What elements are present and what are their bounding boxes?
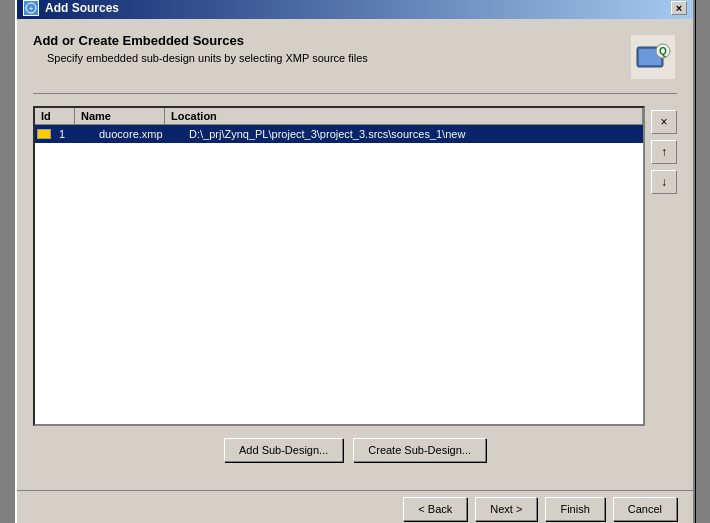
footer: < Back Next > Finish Cancel [17, 490, 693, 524]
move-down-button[interactable]: ↓ [651, 170, 677, 194]
title-bar-left: + Add Sources [23, 0, 119, 16]
table-container: Id Name Location 1 duocore.xmp D:\_prj\Z… [33, 106, 645, 426]
move-up-button[interactable]: ↑ [651, 140, 677, 164]
create-subdesign-button[interactable]: Create Sub-Design... [353, 438, 486, 462]
svg-text:Q: Q [659, 46, 667, 57]
sidebar-buttons: × ↑ ↓ [651, 106, 677, 426]
header-divider [33, 93, 677, 94]
main-area: Id Name Location 1 duocore.xmp D:\_prj\Z… [33, 106, 677, 426]
row-folder-icon [35, 126, 53, 142]
col-header-id: Id [35, 108, 75, 124]
add-subdesign-button[interactable]: Add Sub-Design... [224, 438, 343, 462]
cancel-button[interactable]: Cancel [613, 497, 677, 521]
back-button[interactable]: < Back [403, 497, 467, 521]
title-bar: + Add Sources × [17, 0, 693, 19]
cell-name: duocore.xmp [93, 127, 183, 141]
header-text: Add or Create Embedded Sources Specify e… [33, 33, 368, 64]
table-body: 1 duocore.xmp D:\_prj\Zynq_PL\project_3\… [35, 125, 643, 143]
col-header-location: Location [165, 108, 643, 124]
header-subtitle: Specify embedded sub-design units by sel… [47, 52, 368, 64]
cell-id: 1 [53, 127, 93, 141]
delete-button[interactable]: × [651, 110, 677, 134]
next-button[interactable]: Next > [475, 497, 537, 521]
bottom-buttons: Add Sub-Design... Create Sub-Design... [33, 438, 677, 462]
col-header-name: Name [75, 108, 165, 124]
cell-location: D:\_prj\Zynq_PL\project_3\project_3.srcs… [183, 127, 643, 141]
table-row[interactable]: 1 duocore.xmp D:\_prj\Zynq_PL\project_3\… [35, 125, 643, 143]
content-area: Add or Create Embedded Sources Specify e… [17, 19, 693, 490]
header-section: Add or Create Embedded Sources Specify e… [33, 33, 677, 81]
svg-text:+: + [29, 4, 34, 13]
table-header: Id Name Location [35, 108, 643, 125]
header-icon: Q [629, 33, 677, 81]
close-button[interactable]: × [671, 1, 687, 15]
main-window: + Add Sources × Add or Create Embedded S… [15, 0, 695, 523]
finish-button[interactable]: Finish [545, 497, 604, 521]
window-icon: + [23, 0, 39, 16]
header-title: Add or Create Embedded Sources [33, 33, 368, 48]
window-title: Add Sources [45, 1, 119, 15]
